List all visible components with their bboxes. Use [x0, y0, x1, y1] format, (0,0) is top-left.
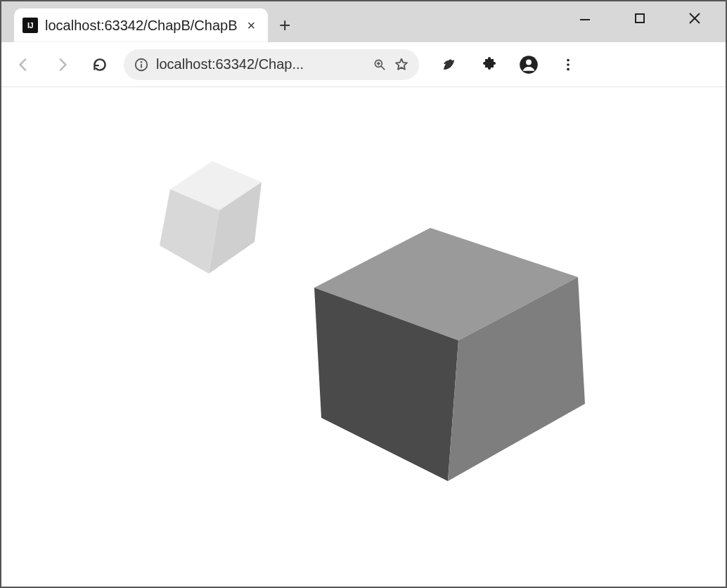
- small-cube: [160, 161, 262, 274]
- favicon-icon: IJ: [22, 18, 38, 33]
- toolbar: localhost:63342/Chap...: [1, 42, 726, 87]
- webgl-canvas: [1, 87, 726, 587]
- arrow-right-icon: [53, 56, 71, 74]
- page-viewport: [1, 87, 726, 587]
- large-cube: [314, 228, 585, 481]
- tab-close-button[interactable]: ×: [245, 16, 259, 35]
- window-controls: [570, 1, 721, 35]
- arrow-left-icon: [15, 56, 33, 74]
- active-tab[interactable]: IJ localhost:63342/ChapB/ChapB ×: [14, 8, 268, 42]
- svg-point-13: [567, 58, 570, 61]
- forward-button[interactable]: [48, 51, 76, 79]
- tab-title: localhost:63342/ChapB/ChapB: [45, 18, 238, 34]
- svg-point-14: [567, 63, 570, 66]
- bookmark-star-icon[interactable]: [394, 57, 409, 72]
- new-tab-button[interactable]: +: [268, 8, 302, 42]
- profile-avatar-icon[interactable]: [516, 52, 541, 77]
- svg-point-12: [526, 59, 532, 65]
- window-minimize-button[interactable]: [570, 4, 600, 32]
- extensions-puzzle-icon[interactable]: [477, 52, 502, 77]
- reload-icon: [91, 56, 109, 74]
- svg-point-5: [141, 61, 143, 63]
- toolbar-actions: [437, 52, 581, 77]
- window-maximize-button[interactable]: [624, 4, 655, 32]
- zoom-icon[interactable]: [373, 58, 387, 72]
- extension-bird-icon[interactable]: [437, 52, 463, 77]
- svg-line-8: [382, 66, 385, 69]
- window-close-button[interactable]: [679, 4, 710, 32]
- back-button[interactable]: [10, 51, 38, 79]
- browser-window: IJ localhost:63342/ChapB/ChapB × +: [0, 0, 727, 588]
- reload-button[interactable]: [86, 51, 114, 79]
- svg-point-15: [567, 68, 570, 70]
- site-info-icon[interactable]: [134, 57, 149, 72]
- address-bar[interactable]: localhost:63342/Chap...: [124, 49, 419, 80]
- titlebar: IJ localhost:63342/ChapB/ChapB × +: [1, 1, 726, 42]
- address-url: localhost:63342/Chap...: [156, 56, 366, 72]
- svg-rect-6: [141, 64, 142, 68]
- svg-rect-1: [636, 14, 644, 23]
- kebab-menu-icon[interactable]: [555, 52, 581, 77]
